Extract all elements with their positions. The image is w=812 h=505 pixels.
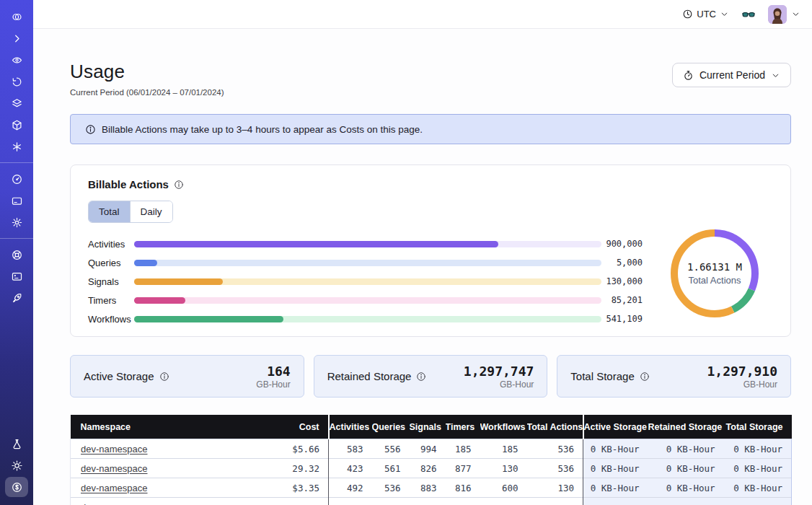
cell-queries [372, 498, 410, 505]
tab-total[interactable]: Total [89, 201, 131, 222]
sidebar-item-billing-card[interactable] [5, 190, 28, 211]
bar-fill [134, 278, 223, 285]
info-icon[interactable] [159, 372, 169, 382]
cell-namespace: dev-namespace [71, 439, 258, 459]
col-header-retained-storage: Retained Storage [648, 415, 724, 439]
sidebar-item-terminal[interactable] [5, 266, 28, 286]
billable-actions-title-row: Billable Actions [88, 178, 773, 190]
cell-activities [329, 498, 372, 505]
cell-signals: 994 [410, 439, 446, 459]
col-header-queries: Queries [372, 415, 410, 439]
bar-label: Workflows [88, 314, 134, 325]
timezone-label: UTC [697, 9, 716, 19]
assistant-button[interactable] [741, 6, 756, 22]
col-header-active-storage: Active Storage [583, 415, 648, 439]
rocket-icon [11, 292, 23, 304]
sidebar-item-cube[interactable] [5, 115, 28, 135]
cell-retained-storage: 0 KB-Hour [648, 459, 724, 478]
cell-active-storage: 0 KB-Hour [583, 478, 648, 498]
sidebar [0, 0, 33, 505]
sidebar-item-flask[interactable] [5, 434, 28, 454]
clock-icon [682, 9, 693, 19]
cell-signals: 826 [410, 459, 446, 478]
bar-value: 5,000 [601, 258, 643, 268]
stat-label: Retained Storage [327, 370, 412, 382]
bar-track [134, 316, 601, 322]
tab-daily[interactable]: Daily [131, 201, 172, 222]
sidebar-item-usage-dollar[interactable] [5, 477, 28, 497]
banner-text: Billable Actions may take up to 3–4 hour… [102, 124, 423, 135]
col-header-cost: Cost [258, 415, 329, 439]
bar-label: Queries [88, 258, 134, 268]
total-actions-label: Total Actions [689, 275, 741, 286]
sidebar-item-asterisk[interactable] [5, 136, 28, 157]
sidebar-item-history[interactable] [5, 71, 28, 92]
cell-workflows: 185 [480, 439, 527, 459]
table-row[interactable]: dev-namespace$3.354925368838166001300 KB… [71, 478, 792, 498]
asterisk-icon [11, 141, 23, 153]
table-header-row: NamespaceCostActivitiesQueriesSignalsTim… [71, 415, 792, 439]
col-header-workflows: Workflows [480, 415, 527, 439]
billing-card-icon [11, 195, 23, 207]
chevron-down-icon [720, 9, 729, 19]
cell-workflows [480, 498, 527, 505]
bar-value: 541,109 [601, 314, 643, 324]
billable-view-toggle: Total Daily [88, 201, 173, 223]
table-row-partial[interactable]: dev-namespace [71, 498, 792, 505]
table-row[interactable]: dev-namespace$5.665835569941851855360 KB… [71, 439, 792, 459]
total-storage-card: Total Storage1,297,910GB-Hour [557, 355, 791, 398]
sidebar-item-rocket[interactable] [5, 288, 28, 308]
bar-track [134, 278, 601, 285]
cell-cost: $3.35 [258, 478, 329, 498]
bar-value: 85,201 [601, 295, 643, 305]
retained-storage-card: Retained Storage1,297,747GB-Hour [314, 355, 548, 398]
namespace-link[interactable]: dev-namespace [81, 502, 148, 505]
bar-label: Activities [88, 239, 134, 250]
info-icon[interactable] [174, 180, 184, 190]
cell-active-storage: 0 KB-Hour [583, 459, 648, 478]
info-icon [85, 124, 96, 135]
info-icon[interactable] [416, 372, 426, 382]
sidebar-item-gear[interactable] [5, 212, 28, 232]
cell-timers: 877 [446, 459, 480, 478]
sidebar-divider [0, 162, 33, 163]
sidebar-item-temporal-logo[interactable] [5, 6, 28, 27]
cell-retained-storage: 0 KB-Hour [648, 478, 724, 498]
namespace-link[interactable]: dev-namespace [81, 444, 148, 454]
sidebar-item-layers[interactable] [5, 93, 28, 113]
account-menu[interactable] [768, 5, 800, 24]
cell-total-storage: 0 KB-Hour [724, 459, 792, 478]
cell-total-storage [724, 498, 792, 505]
namespace-link[interactable]: dev-namespace [81, 463, 148, 474]
sidebar-item-chevron-right[interactable] [5, 28, 28, 48]
cell-namespace: dev-namespace [71, 498, 258, 505]
sidebar-item-gauge[interactable] [5, 169, 28, 189]
stat-unit: GB-Hour [256, 379, 290, 390]
sidebar-item-lifebuoy[interactable] [5, 245, 28, 265]
period-dropdown-button[interactable]: Current Period [672, 63, 791, 87]
timezone-selector[interactable]: UTC [682, 9, 729, 19]
cube-icon [11, 119, 23, 131]
cell-activities: 492 [329, 478, 372, 498]
storage-summary-row: Active Storage164GB-HourRetained Storage… [70, 355, 791, 398]
col-header-total-actions: Total Actions [527, 415, 583, 439]
namespace-link[interactable]: dev-namespace [81, 483, 148, 493]
bar-label: Timers [88, 295, 134, 306]
cell-cost: $5.66 [258, 439, 329, 459]
cell-active-storage [583, 498, 648, 505]
info-icon[interactable] [640, 372, 650, 382]
billable-actions-card: Billable Actions Total Daily Activities9… [70, 164, 791, 337]
bar-fill [134, 297, 185, 304]
sidebar-item-sun[interactable] [5, 455, 28, 475]
chevron-down-icon [771, 71, 780, 80]
sidebar-item-namespaces[interactable] [5, 50, 28, 70]
topbar: UTC [33, 0, 812, 29]
gear-icon [11, 216, 23, 229]
cell-total-actions [527, 498, 583, 505]
total-actions-value: 1.66131 M [687, 261, 742, 273]
period-dropdown-label: Current Period [700, 69, 765, 81]
sun-icon [11, 460, 23, 472]
bar-track [134, 260, 601, 266]
terminal-icon [11, 271, 23, 283]
table-row[interactable]: dev-namespace29.324235618268771305360 KB… [71, 459, 792, 478]
